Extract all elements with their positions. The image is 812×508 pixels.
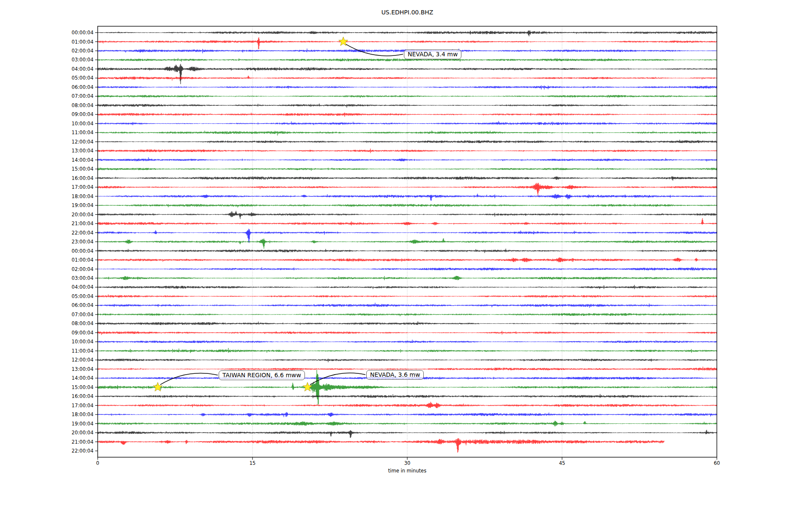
trace-row-14	[98, 157, 717, 162]
y-tick-label: 01:00:04	[71, 39, 93, 45]
y-tick-label: 23:00:04	[71, 239, 93, 245]
y-tick-label: 11:00:04	[71, 348, 93, 354]
y-tick-label: 17:00:04	[71, 403, 93, 409]
y-tick-label: 04:00:04	[71, 66, 93, 72]
y-tick-label: 19:00:04	[71, 421, 93, 427]
y-tick-label: 03:00:04	[71, 275, 93, 281]
y-tick-label: 08:00:04	[71, 102, 93, 108]
trace-row-8	[98, 104, 717, 108]
trace-row-19	[98, 204, 717, 207]
trace-row-12	[98, 140, 717, 143]
trace-row-24	[98, 248, 717, 253]
trace-row-43	[98, 421, 717, 426]
trace-row-10	[98, 121, 717, 125]
y-tick-label: 01:00:04	[71, 257, 93, 263]
y-tick-label: 15:00:04	[71, 166, 93, 172]
y-tick-label: 00:00:04	[71, 30, 93, 36]
y-tick-label: 07:00:04	[71, 312, 93, 318]
x-tick-label: 30	[404, 460, 411, 466]
x-tick-label: 15	[250, 460, 256, 466]
y-tick-label: 14:00:04	[71, 375, 93, 381]
y-tick-label: 18:00:04	[71, 411, 93, 417]
annotation-box-nevada-3.4mw: NEVADA, 3.4 mw	[404, 50, 461, 59]
x-tick-label: 0	[96, 460, 99, 466]
trace-row-34	[98, 340, 717, 343]
y-tick-label: 10:00:04	[71, 339, 93, 345]
trace-row-25	[98, 257, 717, 262]
trace-row-26	[98, 267, 717, 271]
x-tick-label: 60	[714, 460, 720, 466]
y-tick-label: 22:00:04	[71, 448, 93, 454]
plot-area: 00:00:0401:00:0402:00:0403:00:0404:00:04…	[0, 0, 812, 508]
y-tick-label: 06:00:04	[71, 302, 93, 308]
y-tick-label: 05:00:04	[71, 293, 93, 299]
y-tick-label: 08:00:04	[71, 320, 93, 326]
y-tick-label: 15:00:04	[71, 384, 93, 390]
y-tick-label: 00:00:04	[71, 248, 93, 254]
y-tick-label: 11:00:04	[71, 130, 93, 135]
y-tick-label: 20:00:04	[71, 430, 93, 436]
trace-row-31	[98, 313, 717, 316]
y-tick-label: 09:00:04	[71, 330, 93, 336]
y-tick-label: 17:00:04	[71, 184, 93, 190]
annotation-connector	[160, 373, 218, 385]
event-star-icon	[153, 382, 162, 391]
y-tick-label: 04:00:04	[71, 284, 93, 290]
y-tick-label: 18:00:04	[71, 193, 93, 199]
y-tick-label: 22:00:04	[71, 230, 93, 236]
trace-row-40	[98, 394, 717, 398]
y-tick-label: 13:00:04	[71, 148, 93, 154]
y-tick-label: 06:00:04	[71, 84, 93, 90]
y-tick-label: 13:00:04	[71, 366, 93, 372]
trace-row-45	[98, 438, 664, 453]
trace-row-27	[98, 276, 717, 280]
y-tick-label: 16:00:04	[71, 175, 93, 181]
y-tick-label: 19:00:04	[71, 202, 93, 208]
annotation-box-nevada-3.6mw: NEVADA, 3.6 mw	[366, 370, 424, 380]
y-tick-label: 07:00:04	[71, 93, 93, 99]
trace-row-16	[98, 177, 717, 181]
y-tick-label: 21:00:04	[71, 439, 93, 445]
event-star-icon	[303, 382, 312, 391]
y-tick-label: 03:00:04	[71, 57, 93, 63]
y-tick-label: 21:00:04	[71, 221, 93, 226]
y-tick-label: 10:00:04	[71, 121, 93, 127]
trace-row-36	[98, 359, 717, 362]
x-axis-title: time in minutes	[98, 468, 717, 474]
x-tick-label: 45	[559, 460, 565, 466]
y-tick-label: 20:00:04	[71, 212, 93, 218]
y-tick-label: 12:00:04	[71, 357, 93, 363]
seismogram-figure: US.EDHPI.00.BHZ 00:00:0401:00:0402:00:04…	[0, 0, 812, 508]
y-tick-label: 14:00:04	[71, 157, 93, 163]
y-tick-label: 02:00:04	[71, 266, 93, 272]
y-tick-label: 12:00:04	[71, 139, 93, 145]
y-tick-label: 16:00:04	[71, 393, 93, 399]
annotation-box-taiwan-region-6.6mww: TAIWAN REGION, 6.6 mww	[219, 370, 305, 380]
y-tick-label: 09:00:04	[71, 111, 93, 117]
y-tick-label: 02:00:04	[71, 48, 93, 54]
y-tick-label: 05:00:04	[71, 75, 93, 81]
trace-row-9	[98, 113, 717, 117]
